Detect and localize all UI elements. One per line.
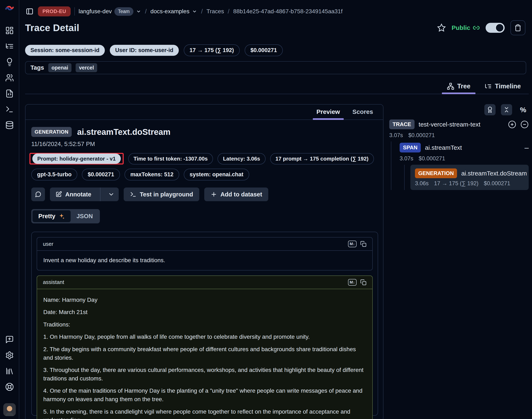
scores-award-button[interactable] [484,104,495,115]
circle-minus-icon[interactable] [520,120,529,129]
view-tabs: Tree Timeline [25,80,529,94]
org-type-pill: Team [114,7,133,16]
trace-chip: TRACE [389,119,415,129]
circle-plus-icon[interactable] [508,120,516,129]
cost-badge: $0.000271 [245,44,283,56]
toggle-knob [495,24,504,32]
markdown-toggle-icon[interactable]: M↓ [348,279,357,286]
users-icon[interactable] [5,73,14,83]
assistant-paragraph: 1. On Harmony Day, people from all walks… [43,333,366,341]
generation-row-head: GENERATION ai.streamText.doStream [415,169,524,178]
collapse-all-button[interactable] [501,104,512,115]
breadcrumb-project[interactable]: docs-examples [150,8,197,15]
session-badge[interactable]: Session: some-session-id [25,45,105,56]
span-children: GENERATION ai.streamText.doStream 3.06s … [404,165,529,190]
observation-header: GENERATION ai.streamText.doStream [31,127,378,137]
trace-latency: 3.07s [389,132,403,139]
title-row: Trace Detail Public [25,20,529,35]
assistant-paragraph: Traditions: [43,320,366,329]
tags-label: Tags [30,64,44,71]
test-in-playground-button[interactable]: Test in playground [124,187,199,201]
breadcrumb: PROD-EU langfuse-dev Team / docs-example… [25,5,529,17]
copy-icon[interactable] [360,279,367,285]
model-badge[interactable]: gpt-3.5-turbo [31,169,77,181]
format-toggle: Pretty JSON [31,209,100,223]
trash-icon [514,24,522,32]
panel-tabs: Preview Scores [25,105,383,120]
observation-body: GENERATION ai.streamText.doStream 11/16/… [25,120,383,419]
assistant-message-content: Name: Harmony Day Date: March 21st Tradi… [37,289,372,419]
annotate-button[interactable]: Annotate [50,187,97,201]
dashboard-icon[interactable] [5,26,14,35]
annotate-split-button: Annotate [50,187,119,201]
datasets-icon[interactable] [5,120,14,130]
divider [100,187,100,201]
messages-container: user M↓ Invent a new holiday and describ… [31,232,378,416]
generation-type-chip: GENERATION [31,127,72,137]
trace-tree-panel: % TRACE test-vercel-stream-text 3.07s $0… [389,104,529,419]
observation-card: Preview Scores GENERATION ai.streamText.… [25,104,384,419]
assistant-message-box: assistant M↓ Name: Harmony Day Date: Mar… [37,275,373,419]
generation-row-selected[interactable]: GENERATION ai.streamText.doStream 3.06s … [410,165,529,190]
public-link[interactable]: Public [452,24,480,31]
page-title: Trace Detail [25,22,79,33]
annotate-dropdown-button[interactable] [104,187,119,201]
metrics-percent-button[interactable]: % [518,104,529,115]
breadcrumb-section[interactable]: Traces [207,8,224,15]
public-toggle[interactable] [486,23,505,33]
json-toggle-option[interactable]: JSON [71,210,99,222]
trace-row[interactable]: TRACE test-vercel-stream-text [389,118,529,131]
trace-cost: $0.000271 [408,132,435,139]
pretty-toggle-option[interactable]: Pretty [33,210,71,222]
user-id-badge[interactable]: User ID: some-user-id [110,45,179,56]
comment-button[interactable] [31,187,45,201]
message-role: user [43,241,53,247]
tab-tree[interactable]: Tree [445,80,472,94]
chevron-down-icon[interactable] [136,9,141,14]
message-role: assistant [43,279,64,285]
assistant-message-header: assistant M↓ [37,276,372,289]
lightbulb-icon[interactable] [5,57,14,67]
breadcrumb-separator: / [145,8,147,15]
tag-openai[interactable]: openai [48,63,72,72]
prompts-icon[interactable] [5,89,14,98]
trace-row-actions [508,120,529,129]
obs-cost-badge: $0.000271 [82,169,120,181]
prompt-badge[interactable]: Prompt: holiday-generator - v1 [32,154,121,164]
span-chip: SPAN [400,143,421,152]
observation-badges-row1: Prompt: holiday-generator - v1 Time to f… [31,153,378,165]
span-row[interactable]: SPAN ai.streamText – [400,142,529,154]
user-avatar[interactable] [3,403,16,416]
breadcrumb-trace-id: 88b14e25-47ad-4867-b758-2349145aa31f [233,8,343,15]
delete-trace-button[interactable] [510,20,525,35]
tab-scores[interactable]: Scores [352,105,374,119]
generation-name: ai.streamText.doStream [461,170,527,177]
assistant-paragraph: 5. In the evening, there is a candleligh… [43,407,366,419]
copy-icon[interactable] [360,241,367,247]
docs-library-icon[interactable] [5,366,14,376]
sidebar-toggle-icon[interactable] [25,7,34,16]
tracing-icon[interactable] [5,41,14,51]
content-area: Preview Scores GENERATION ai.streamText.… [25,104,529,419]
star-icon[interactable] [437,24,446,32]
breadcrumb-org[interactable]: langfuse-dev Team [78,7,141,16]
tag-vercel[interactable]: vercel [76,63,97,72]
user-message-header: user M↓ [37,237,372,251]
tab-timeline[interactable]: Timeline [483,80,522,94]
chevron-down-icon[interactable] [192,9,197,14]
add-to-dataset-button[interactable]: Add to dataset [204,187,268,201]
support-lifebuoy-icon[interactable] [5,382,14,392]
user-message-content: Invent a new holiday and describe its tr… [37,251,372,270]
timeline-icon [484,83,492,90]
settings-gear-icon[interactable] [5,351,14,360]
feedback-icon[interactable] [5,335,14,344]
tags-container: Tags openai vercel [25,61,526,74]
span-latency: 3.07s [400,155,413,162]
markdown-toggle-icon[interactable]: M↓ [348,241,357,247]
trace-metrics: 3.07s $0.000271 [389,131,529,142]
environment-badge: PROD-EU [38,6,71,16]
playground-icon[interactable] [5,105,14,114]
chevron-down-icon [108,191,115,198]
tab-preview[interactable]: Preview [316,105,341,119]
collapse-minus-icon[interactable]: – [525,144,529,151]
